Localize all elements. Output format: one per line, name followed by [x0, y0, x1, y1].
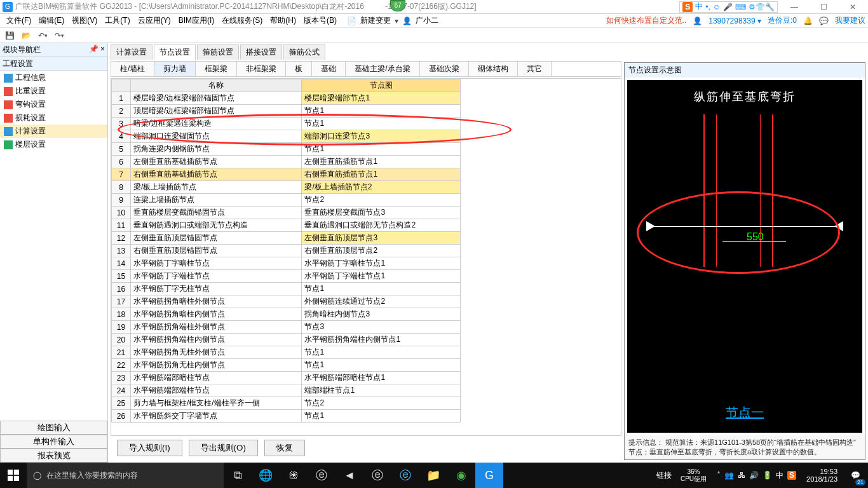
table-row[interactable]: 1楼层暗梁/边框梁端部锚固节点楼层暗梁端部节点1: [112, 92, 461, 105]
menu-edit[interactable]: 编辑(E): [35, 14, 68, 27]
app-360-icon[interactable]: ◉: [447, 463, 475, 488]
tray-vol-icon[interactable]: 🔊: [749, 471, 759, 480]
app-folder-icon[interactable]: 📁: [419, 463, 447, 488]
app-back-icon[interactable]: ◄: [336, 463, 363, 488]
feedback-icon[interactable]: 💬: [819, 17, 829, 25]
preview-canvas[interactable]: 纵筋伸至基底弯折 550 节点一: [627, 80, 862, 433]
tab-stirrup[interactable]: 箍筋设置: [197, 44, 239, 60]
table-row[interactable]: 16水平钢筋丁字无柱节点节点1: [112, 283, 461, 295]
price-beans[interactable]: 造价豆:0: [768, 15, 797, 26]
system-tray[interactable]: ˄ 👥 🖧 🔊 🔋 中 S: [712, 470, 801, 481]
nav-item-hook[interactable]: 弯钩设置: [0, 98, 107, 111]
app-explorer-icon[interactable]: 🌐: [252, 463, 280, 488]
menu-help[interactable]: 帮助(H): [266, 14, 300, 27]
preview-node-label[interactable]: 节点一: [627, 404, 862, 421]
tab-formula[interactable]: 箍筋公式: [283, 44, 325, 60]
table-row[interactable]: 4端部洞口连梁锚固节点端部洞口连梁节点3: [112, 130, 461, 143]
subtab-7[interactable]: 基础次梁: [420, 62, 469, 76]
app-ie-icon[interactable]: ⓔ: [391, 463, 419, 488]
sogou-icon[interactable]: S: [682, 2, 693, 12]
app-glodon-icon[interactable]: G: [475, 463, 503, 488]
tab-lap[interactable]: 搭接设置: [240, 44, 282, 60]
cloud-badge[interactable]: 67: [390, 0, 405, 11]
new-change-icon[interactable]: 📄: [347, 17, 356, 25]
maximize-button[interactable]: ☐: [811, 0, 836, 14]
ime-extras[interactable]: ⚙👕🔧: [749, 3, 775, 11]
new-change-button[interactable]: 新建变更: [356, 14, 395, 27]
subtab-4[interactable]: 板: [286, 62, 312, 76]
tray-up-icon[interactable]: ˄: [717, 471, 721, 480]
table-row[interactable]: 26水平钢筋斜交丁字墙节点节点1: [112, 410, 461, 423]
table-row[interactable]: 21水平钢筋拐角无柱外侧节点节点1: [112, 346, 461, 359]
search-box[interactable]: ◯ 在这里输入你要搜索的内容: [27, 463, 224, 488]
link-status[interactable]: 链接: [653, 470, 675, 481]
report-preview-button[interactable]: 报表预览: [0, 449, 107, 463]
tray-net-icon[interactable]: 🖧: [738, 471, 745, 480]
user-avatar-icon[interactable]: 👤: [402, 17, 412, 25]
open-button[interactable]: 📂: [19, 29, 33, 42]
clock[interactable]: 19:532018/1/23: [801, 468, 843, 483]
restore-button[interactable]: 恢复: [264, 440, 305, 456]
menu-tools[interactable]: 工具(T): [101, 14, 133, 27]
tray-power-icon[interactable]: 🔋: [763, 471, 772, 480]
ime-punct[interactable]: •,: [705, 3, 710, 11]
nav-item-floor[interactable]: 楼层设置: [0, 138, 107, 151]
nav-item-loss[interactable]: 损耗设置: [0, 111, 107, 125]
pin-icon[interactable]: 📌: [89, 44, 98, 53]
nav-item-calc[interactable]: 计算设置: [0, 125, 107, 138]
cpu-meter[interactable]: 36%CPU使用: [675, 468, 712, 482]
table-row[interactable]: 17水平钢筋拐角暗柱外侧节点外侧钢筋连续通过节点2: [112, 295, 461, 308]
subtab-6[interactable]: 基础主梁/承台梁: [346, 62, 419, 76]
subtab-0[interactable]: 柱/墙柱: [111, 62, 154, 76]
taskview-icon[interactable]: ⧉: [224, 463, 252, 488]
phone-number[interactable]: 13907298339 ▾: [709, 17, 761, 25]
table-row[interactable]: 11垂直钢筋遇洞口或端部无节点构造垂直筋遇洞口或端部无节点构造2: [112, 219, 461, 232]
tray-people-icon[interactable]: 👥: [724, 471, 734, 480]
table-row[interactable]: 15水平钢筋丁字端柱节点水平钢筋丁字端柱节点1: [112, 270, 461, 283]
bell-icon[interactable]: 🔔: [803, 17, 813, 25]
draw-input-button[interactable]: 绘图输入: [0, 421, 107, 435]
table-row[interactable]: 6左侧垂直筋基础插筋节点左侧垂直筋插筋节点1: [112, 156, 461, 168]
node-table[interactable]: 名称 节点图 1楼层暗梁/边框梁端部锚固节点楼层暗梁端部节点12顶层暗梁/边框梁…: [111, 78, 621, 436]
menu-view[interactable]: 视图(V): [68, 14, 101, 27]
app-edge2-icon[interactable]: ⓔ: [363, 463, 391, 488]
redo-button[interactable]: ↷▾: [52, 29, 66, 42]
menu-online[interactable]: 在线服务(S): [218, 14, 266, 27]
close-nav-icon[interactable]: ×: [100, 44, 105, 53]
ime-keyboard-icon[interactable]: ⌨: [735, 3, 746, 11]
table-row[interactable]: 3暗梁/边框梁遇连梁构造节点1: [112, 118, 461, 130]
table-row[interactable]: 5拐角连梁内侧钢筋节点节点1: [112, 143, 461, 156]
export-rule-button[interactable]: 导出规则(O): [189, 440, 258, 456]
col-node[interactable]: 节点图: [302, 79, 461, 92]
subtab-8[interactable]: 砌体结构: [469, 62, 518, 76]
subtab-1[interactable]: 剪力墙: [154, 62, 196, 76]
nav-section[interactable]: 工程设置: [0, 57, 107, 71]
table-row[interactable]: 19水平钢筋拐角端柱外侧节点节点3: [112, 321, 461, 334]
ime-mic-icon[interactable]: 🎤: [723, 3, 733, 11]
menu-bim[interactable]: BIM应用(I): [175, 14, 219, 27]
subtab-3[interactable]: 非框架梁: [237, 62, 286, 76]
tray-ime-zh[interactable]: 中: [776, 470, 783, 481]
subtab-5[interactable]: 基础: [312, 62, 346, 76]
table-row[interactable]: 2顶层暗梁/边框梁端部锚固节点节点1: [112, 105, 461, 118]
import-rule-button[interactable]: 导入规则(I): [117, 440, 182, 456]
menu-cloud[interactable]: 云应用(Y): [134, 14, 175, 27]
single-input-button[interactable]: 单构件输入: [0, 435, 107, 449]
col-name[interactable]: 名称: [130, 79, 302, 92]
subtab-2[interactable]: 框架梁: [196, 62, 237, 76]
table-row[interactable]: 9连梁上墙插筋节点节点2: [112, 194, 461, 207]
table-row[interactable]: 22水平钢筋拐角无柱内侧节点节点1: [112, 359, 461, 372]
tab-node[interactable]: 节点设置: [154, 44, 196, 60]
app-swirl-icon[interactable]: ֍: [280, 463, 308, 488]
menu-version[interactable]: 版本号(B): [300, 14, 341, 27]
table-row[interactable]: 25剪力墙与框架柱/框支柱/端柱平齐一侧节点2: [112, 397, 461, 410]
ime-emoji-icon[interactable]: ☺: [713, 3, 721, 11]
table-row[interactable]: 7右侧垂直筋基础插筋节点右侧垂直筋插筋节点1: [112, 168, 461, 181]
table-row[interactable]: 14水平钢筋丁字暗柱节点水平钢筋丁字暗柱节点1: [112, 257, 461, 270]
subtab-9[interactable]: 其它: [518, 62, 552, 76]
tab-calc[interactable]: 计算设置: [111, 44, 153, 60]
feedback-button[interactable]: 我要建议: [835, 15, 865, 26]
notification-center[interactable]: 💬21: [843, 463, 868, 488]
table-row[interactable]: 12左侧垂直筋顶层锚固节点左侧垂直筋顶层节点3: [112, 232, 461, 245]
start-button[interactable]: [0, 463, 27, 488]
